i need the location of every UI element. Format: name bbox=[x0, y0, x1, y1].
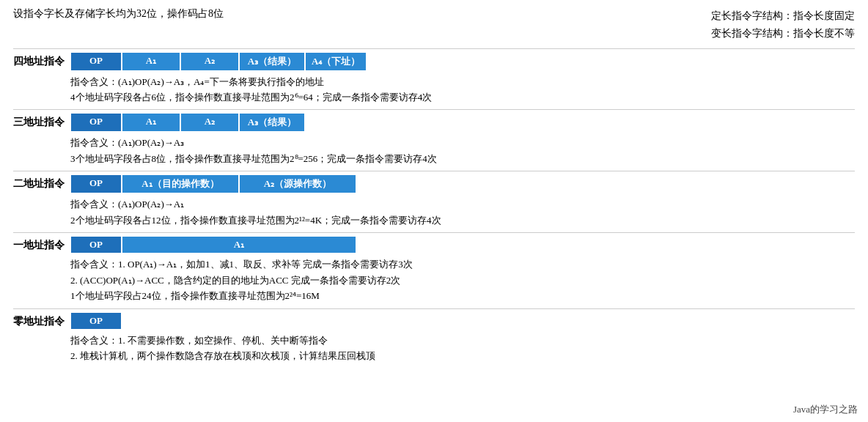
desc-four-address: 指令含义：(A₁)OP(A₂)→A₃，A₄=下一条将要执行指令的地址4个地址码字… bbox=[70, 73, 855, 106]
cell-two-address-0: OP bbox=[70, 174, 122, 193]
instruction-table-four-address: OPA₁A₂A₃（结果）A₄（下址） bbox=[70, 52, 855, 71]
watermark: Java的学习之路 bbox=[790, 403, 861, 416]
section-content-one-address: OPA₁指令含义：1. OP(A₁)→A₁，如加1、减1、取反、求补等 完成一条… bbox=[70, 236, 855, 303]
top-right-line2: 变长指令字结构：指令长度不等 bbox=[711, 25, 855, 42]
cell-zero-address-0: OP bbox=[70, 312, 122, 330]
desc-line-zero-address-1: 2. 堆栈计算机，两个操作数隐含存放在栈顶和次栈顶，计算结果压回栈顶 bbox=[70, 348, 855, 363]
desc-line-two-address-0: 指令含义：(A₁)OP(A₂)→A₁ bbox=[70, 196, 855, 212]
section-label-one-address: 一地址指令 bbox=[13, 236, 66, 252]
cell-three-address-1: A₁ bbox=[122, 113, 180, 132]
section-content-two-address: OPA₁（目的操作数）A₂（源操作数）指令含义：(A₁)OP(A₂)→A₁2个地… bbox=[70, 174, 855, 228]
top-right-line1: 定长指令字结构：指令长度固定 bbox=[711, 7, 855, 25]
desc-line-three-address-0: 指令含义：(A₁)OP(A₂)→A₃ bbox=[70, 135, 855, 150]
desc-line-three-address-1: 3个地址码字段各占8位，指令操作数直接寻址范围为2⁸=256；完成一条指令需要访… bbox=[70, 151, 855, 166]
top-right-text: 定长指令字结构：指令长度固定 变长指令字结构：指令长度不等 bbox=[711, 7, 855, 42]
cell-four-address-1: A₁ bbox=[122, 52, 180, 71]
section-four-address: 四地址指令OPA₁A₂A₃（结果）A₄（下址）指令含义：(A₁)OP(A₂)→A… bbox=[13, 52, 855, 106]
section-divider-zero-address bbox=[13, 308, 855, 309]
section-label-four-address: 四地址指令 bbox=[13, 52, 66, 68]
desc-line-one-address-0: 指令含义：1. OP(A₁)→A₁，如加1、减1、取反、求补等 完成一条指令需要… bbox=[70, 256, 855, 272]
cell-four-address-2: A₂ bbox=[180, 52, 239, 71]
cell-three-address-0: OP bbox=[70, 113, 122, 132]
sections-container: 四地址指令OPA₁A₂A₃（结果）A₄（下址）指令含义：(A₁)OP(A₂)→A… bbox=[13, 48, 855, 364]
desc-line-one-address-2: 1个地址码字段占24位，指令操作数直接寻址范围为2²⁴=16M bbox=[70, 288, 855, 303]
section-label-zero-address: 零地址指令 bbox=[13, 312, 66, 328]
section-three-address: 三地址指令OPA₁A₂A₃（结果）指令含义：(A₁)OP(A₂)→A₃3个地址码… bbox=[13, 113, 855, 166]
cell-four-address-4: A₄（下址） bbox=[305, 52, 367, 71]
desc-line-four-address-1: 4个地址码字段各占6位，指令操作数直接寻址范围为2⁶=64；完成一条指令需要访存… bbox=[70, 89, 855, 105]
section-divider-one-address bbox=[13, 232, 855, 233]
cell-two-address-2: A₂（源操作数） bbox=[239, 174, 356, 193]
section-label-three-address: 三地址指令 bbox=[13, 113, 66, 129]
cell-four-address-3: A₃（结果） bbox=[239, 52, 305, 71]
section-content-four-address: OPA₁A₂A₃（结果）A₄（下址）指令含义：(A₁)OP(A₂)→A₃，A₄=… bbox=[70, 52, 855, 106]
section-two-address: 二地址指令OPA₁（目的操作数）A₂（源操作数）指令含义：(A₁)OP(A₂)→… bbox=[13, 174, 855, 228]
instruction-table-three-address: OPA₁A₂A₃（结果） bbox=[70, 113, 855, 132]
section-content-three-address: OPA₁A₂A₃（结果）指令含义：(A₁)OP(A₂)→A₃3个地址码字段各占8… bbox=[70, 113, 855, 166]
desc-line-four-address-0: 指令含义：(A₁)OP(A₂)→A₃，A₄=下一条将要执行指令的地址 bbox=[70, 74, 855, 89]
section-divider-four-address bbox=[13, 48, 855, 49]
section-one-address: 一地址指令OPA₁指令含义：1. OP(A₁)→A₁，如加1、减1、取反、求补等… bbox=[13, 236, 855, 303]
section-label-two-address: 二地址指令 bbox=[13, 174, 66, 190]
instruction-table-zero-address: OP bbox=[70, 312, 855, 330]
cell-one-address-0: OP bbox=[70, 236, 122, 253]
section-zero-address: 零地址指令OP指令含义：1. 不需要操作数，如空操作、停机、关中断等指令 2. … bbox=[13, 312, 855, 364]
desc-zero-address: 指令含义：1. 不需要操作数，如空操作、停机、关中断等指令 2. 堆栈计算机，两… bbox=[70, 332, 855, 364]
section-divider-two-address bbox=[13, 171, 855, 171]
desc-one-address: 指令含义：1. OP(A₁)→A₁，如加1、减1、取反、求补等 完成一条指令需要… bbox=[70, 256, 855, 303]
section-divider-three-address bbox=[13, 109, 855, 110]
desc-line-two-address-1: 2个地址码字段各占12位，指令操作数直接寻址范围为2¹²=4K；完成一条指令需要… bbox=[70, 212, 855, 228]
cell-three-address-2: A₂ bbox=[180, 113, 239, 132]
desc-two-address: 指令含义：(A₁)OP(A₂)→A₁2个地址码字段各占12位，指令操作数直接寻址… bbox=[70, 196, 855, 228]
cell-two-address-1: A₁（目的操作数） bbox=[122, 174, 239, 193]
desc-line-one-address-1: 2. (ACC)OP(A₁)→ACC，隐含约定的目的地址为ACC 完成一条指令需… bbox=[70, 273, 855, 288]
cell-three-address-3: A₃（结果） bbox=[239, 113, 305, 132]
top-left-text: 设指令字长及存储字长均为32位，操作码占8位 bbox=[13, 7, 224, 21]
top-bar: 设指令字长及存储字长均为32位，操作码占8位 定长指令字结构：指令长度固定 变长… bbox=[13, 7, 855, 42]
cell-four-address-0: OP bbox=[70, 52, 122, 71]
cell-one-address-1: A₁ bbox=[122, 236, 356, 253]
section-content-zero-address: OP指令含义：1. 不需要操作数，如空操作、停机、关中断等指令 2. 堆栈计算机… bbox=[70, 312, 855, 364]
desc-three-address: 指令含义：(A₁)OP(A₂)→A₃3个地址码字段各占8位，指令操作数直接寻址范… bbox=[70, 134, 855, 166]
instruction-table-one-address: OPA₁ bbox=[70, 236, 855, 253]
instruction-table-two-address: OPA₁（目的操作数）A₂（源操作数） bbox=[70, 174, 855, 193]
desc-line-zero-address-0: 指令含义：1. 不需要操作数，如空操作、停机、关中断等指令 bbox=[70, 333, 855, 348]
